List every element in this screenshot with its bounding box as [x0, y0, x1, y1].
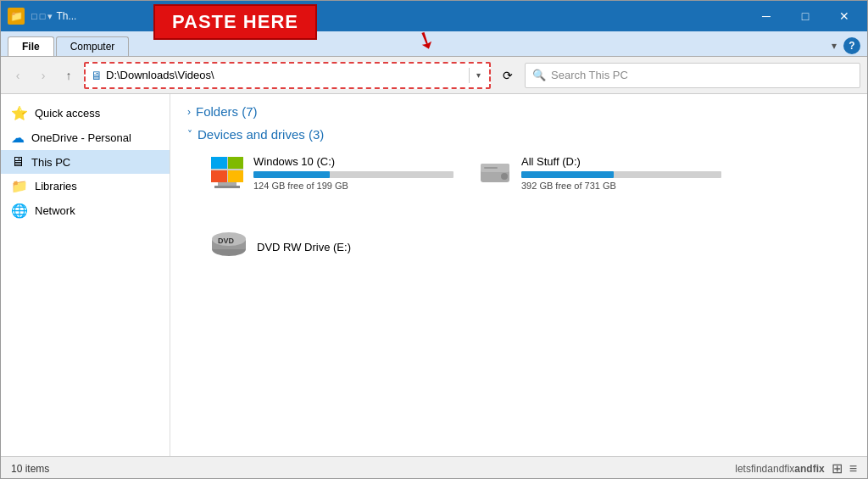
sidebar-label-network: Network — [35, 204, 75, 217]
sidebar-label-this-pc: This PC — [31, 156, 70, 169]
devices-chevron: ˅ — [187, 129, 192, 141]
star-icon: ⭐ — [11, 105, 28, 121]
svg-rect-5 — [218, 182, 236, 186]
address-input-wrapper[interactable]: 🖥 D:\Downloads\Videos\ ▾ — [84, 62, 491, 89]
drive-c-info: Windows 10 (C:) 124 GB free of 199 GB — [253, 155, 453, 191]
search-placeholder: Search This PC — [551, 69, 628, 81]
devices-section-header[interactable]: ˅ Devices and drives (3) — [187, 127, 850, 142]
dvd-drive-name: DVD RW Drive (E:) — [257, 241, 351, 253]
search-box[interactable]: 🔍 Search This PC — [525, 63, 860, 88]
address-dropdown[interactable]: ▾ — [469, 68, 484, 83]
svg-rect-4 — [228, 170, 243, 182]
drive-c-bar — [253, 171, 453, 178]
sidebar-item-network[interactable]: 🌐 Network — [1, 198, 170, 223]
view-grid-button[interactable]: ⊞ — [832, 460, 843, 476]
sidebar-label-quick-access: Quick access — [35, 107, 100, 120]
devices-title: Devices and drives (3) — [198, 127, 324, 142]
content-area: › Folders (7) ˅ Devices and drives (3) — [170, 94, 867, 456]
svg-rect-3 — [211, 170, 227, 182]
sidebar: ⭐ Quick access ☁ OneDrive - Personal 🖥 T… — [1, 94, 170, 456]
address-pc-icon: 🖥 — [91, 69, 103, 82]
close-button[interactable]: ✕ — [825, 1, 864, 31]
dvd-drive-icon: DVD — [209, 226, 248, 268]
drive-c-free: 124 GB free of 199 GB — [253, 181, 453, 191]
sidebar-item-libraries[interactable]: 📁 Libraries — [1, 174, 170, 198]
folders-title: Folders (7) — [196, 104, 258, 119]
sidebar-label-onedrive: OneDrive - Personal — [31, 131, 131, 144]
help-button[interactable]: ? — [843, 37, 860, 54]
app-icon: 📁 — [8, 8, 25, 25]
tab-file[interactable]: File — [8, 36, 54, 56]
tab-bar: File Computer ▾ ? — [1, 31, 867, 57]
cloud-icon: ☁ — [11, 130, 25, 146]
address-bar: ‹ › ↑ 🖥 D:\Downloads\Videos\ ▾ ⟳ 🔍 Searc… — [1, 57, 867, 94]
items-count: 10 items — [11, 463, 49, 475]
svg-rect-10 — [484, 167, 498, 169]
sidebar-label-libraries: Libraries — [35, 180, 77, 192]
tab-chevron[interactable]: ▾ — [832, 40, 837, 52]
sidebar-item-quick-access[interactable]: ⭐ Quick access — [1, 101, 170, 125]
drive-d-bar-fill — [521, 171, 614, 178]
status-bar: 10 items letsfindandfixandfix ⊞ ≡ — [1, 456, 867, 479]
svg-rect-1 — [211, 157, 227, 169]
forward-button[interactable]: › — [33, 65, 53, 86]
svg-point-9 — [501, 173, 508, 180]
maximize-button[interactable]: □ — [786, 1, 825, 31]
svg-rect-6 — [214, 186, 240, 188]
sidebar-item-this-pc[interactable]: 🖥 This PC — [1, 150, 170, 174]
main-layout: ⭐ Quick access ☁ OneDrive - Personal 🖥 T… — [1, 94, 867, 456]
drive-c[interactable]: Windows 10 (C:) 124 GB free of 199 GB — [204, 150, 459, 203]
drive-c-bar-fill — [253, 171, 330, 178]
drive-d-name: All Stuff (D:) — [521, 155, 721, 168]
quick-toolbar: □ □ ▾ — [31, 11, 53, 22]
folder-icon: 📁 — [11, 178, 28, 194]
window-title: Th... — [56, 10, 76, 22]
drive-d-bar — [521, 171, 721, 178]
drive-d-info: All Stuff (D:) 392 GB free of 731 GB — [521, 155, 721, 191]
tab-computer[interactable]: Computer — [56, 36, 130, 56]
drive-c-name: Windows 10 (C:) — [253, 155, 453, 168]
up-button[interactable]: ↑ — [58, 65, 79, 86]
title-bar: 📁 □ □ ▾ Th... ─ □ ✕ PASTE HERE ➘ — [1, 1, 867, 31]
hdd-drive-icon — [477, 155, 513, 198]
folders-chevron: › — [187, 106, 191, 118]
drives-grid: Windows 10 (C:) 124 GB free of 199 GB — [204, 150, 850, 203]
folders-section-header[interactable]: › Folders (7) — [187, 104, 850, 119]
refresh-button[interactable]: ⟳ — [496, 64, 520, 87]
network-icon: 🌐 — [11, 203, 28, 219]
svg-text:DVD: DVD — [218, 237, 235, 245]
search-icon: 🔍 — [532, 69, 546, 81]
drive-d[interactable]: All Stuff (D:) 392 GB free of 731 GB — [472, 150, 726, 203]
back-button[interactable]: ‹ — [8, 65, 28, 86]
sidebar-item-onedrive[interactable]: ☁ OneDrive - Personal — [1, 125, 170, 150]
minimize-button[interactable]: ─ — [747, 1, 786, 31]
drive-d-free: 392 GB free of 731 GB — [521, 181, 721, 191]
monitor-icon: 🖥 — [11, 154, 25, 170]
svg-rect-2 — [228, 157, 243, 169]
address-text: D:\Downloads\Videos\ — [106, 69, 469, 81]
paste-banner: PASTE HERE — [153, 4, 317, 40]
brand-text: letsfindandfixandfix — [735, 463, 824, 475]
windows-drive-icon — [209, 155, 245, 198]
dvd-drive[interactable]: DVD DVD RW Drive (E:) — [204, 220, 850, 273]
view-list-button[interactable]: ≡ — [849, 461, 857, 476]
